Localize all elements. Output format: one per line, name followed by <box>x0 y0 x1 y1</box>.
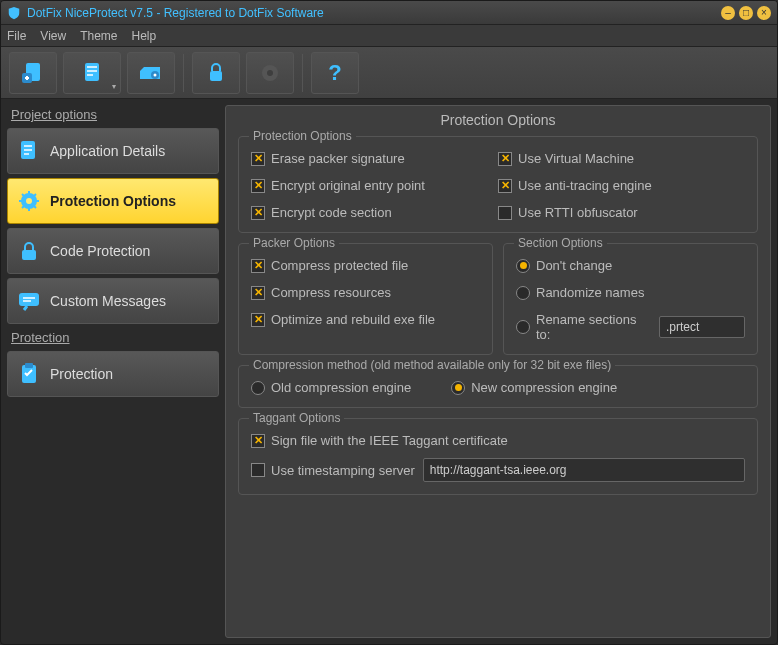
toolbar-new-icon[interactable] <box>9 52 57 94</box>
window-controls: – □ × <box>721 6 771 20</box>
main-panel: Protection Options Protection Options Er… <box>225 105 771 638</box>
toolbar-separator <box>302 54 303 92</box>
radio-dont-change[interactable]: Don't change <box>516 258 745 273</box>
minimize-button[interactable]: – <box>721 6 735 20</box>
sidebar-item-protection[interactable]: Protection <box>7 351 219 397</box>
checkbox-compress-protected-file[interactable]: Compress protected file <box>251 258 480 273</box>
group-section-options: Section Options Don't change Randomize n… <box>503 243 758 355</box>
sidebar-item-label: Application Details <box>50 143 165 159</box>
group-taggant-options: Taggant Options Sign file with the IEEE … <box>238 418 758 495</box>
menu-theme[interactable]: Theme <box>80 29 117 43</box>
toolbar-help-icon[interactable]: ? <box>311 52 359 94</box>
svg-text:?: ? <box>328 60 341 85</box>
menu-view[interactable]: View <box>40 29 66 43</box>
close-button[interactable]: × <box>757 6 771 20</box>
sidebar: Project options Application Details Prot… <box>7 105 219 638</box>
maximize-button[interactable]: □ <box>739 6 753 20</box>
checkbox-sign-taggant[interactable]: Sign file with the IEEE Taggant certific… <box>251 433 745 448</box>
clipboard-icon <box>16 361 42 387</box>
sidebar-item-code-protection[interactable]: Code Protection <box>7 228 219 274</box>
checkbox-compress-resources[interactable]: Compress resources <box>251 285 480 300</box>
sidebar-item-label: Protection <box>50 366 113 382</box>
svg-rect-5 <box>210 71 222 81</box>
page-title: Protection Options <box>238 112 758 128</box>
titlebar: DotFix NiceProtect v7.5 - Registered to … <box>1 1 777 25</box>
sidebar-item-custom-messages[interactable]: Custom Messages <box>7 278 219 324</box>
svg-rect-13 <box>19 293 39 306</box>
toolbar-lock-icon[interactable] <box>192 52 240 94</box>
radio-old-compression[interactable]: Old compression engine <box>251 380 411 395</box>
sidebar-item-protection-options[interactable]: Protection Options <box>7 178 219 224</box>
svg-point-4 <box>154 73 157 76</box>
svg-point-11 <box>26 198 32 204</box>
content: Project options Application Details Prot… <box>1 99 777 644</box>
checkbox-use-rtti-obfuscator[interactable]: Use RTTI obfuscator <box>498 205 745 220</box>
svg-point-7 <box>267 70 273 76</box>
radio-rename-sections[interactable]: Rename sections to: <box>516 312 745 342</box>
toolbar: ? <box>1 47 777 99</box>
svg-rect-15 <box>25 363 33 368</box>
rename-sections-input[interactable] <box>659 316 745 338</box>
group-legend: Taggant Options <box>249 411 344 425</box>
toolbar-open-icon[interactable] <box>63 52 121 94</box>
menubar: File View Theme Help <box>1 25 777 47</box>
sidebar-protection-title: Protection <box>11 330 215 345</box>
menu-file[interactable]: File <box>7 29 26 43</box>
toolbar-separator <box>183 54 184 92</box>
toolbar-gear-disabled-icon[interactable] <box>246 52 294 94</box>
checkbox-erase-packer-signature[interactable]: Erase packer signature <box>251 151 498 166</box>
message-icon <box>16 288 42 314</box>
group-legend: Compression method (old method available… <box>249 358 615 372</box>
checkbox-encrypt-entry-point[interactable]: Encrypt original entry point <box>251 178 498 193</box>
group-legend: Section Options <box>514 236 607 250</box>
menu-help[interactable]: Help <box>132 29 157 43</box>
toolbar-settings-icon[interactable] <box>127 52 175 94</box>
sidebar-item-label: Custom Messages <box>50 293 166 309</box>
group-legend: Protection Options <box>249 129 356 143</box>
gear-icon <box>16 188 42 214</box>
checkbox-use-timestamping[interactable]: Use timestamping server <box>251 463 415 478</box>
group-legend: Packer Options <box>249 236 339 250</box>
group-packer-options: Packer Options Compress protected file C… <box>238 243 493 355</box>
checkbox-optimize-rebuild[interactable]: Optimize and rebuild exe file <box>251 312 480 327</box>
document-icon <box>16 138 42 164</box>
group-compression-method: Compression method (old method available… <box>238 365 758 408</box>
checkbox-use-virtual-machine[interactable]: Use Virtual Machine <box>498 151 745 166</box>
radio-new-compression[interactable]: New compression engine <box>451 380 617 395</box>
svg-rect-12 <box>22 250 36 260</box>
checkbox-encrypt-code-section[interactable]: Encrypt code section <box>251 205 498 220</box>
group-protection-options: Protection Options Erase packer signatur… <box>238 136 758 233</box>
svg-rect-2 <box>85 63 99 81</box>
sidebar-item-application-details[interactable]: Application Details <box>7 128 219 174</box>
app-icon <box>7 6 21 20</box>
sidebar-project-title: Project options <box>11 107 215 122</box>
shield-lock-icon <box>16 238 42 264</box>
checkbox-use-anti-tracing[interactable]: Use anti-tracing engine <box>498 178 745 193</box>
window-title: DotFix NiceProtect v7.5 - Registered to … <box>27 6 721 20</box>
sidebar-item-label: Protection Options <box>50 193 176 209</box>
sidebar-item-label: Code Protection <box>50 243 150 259</box>
timestamping-server-input[interactable] <box>423 458 745 482</box>
radio-randomize-names[interactable]: Randomize names <box>516 285 745 300</box>
